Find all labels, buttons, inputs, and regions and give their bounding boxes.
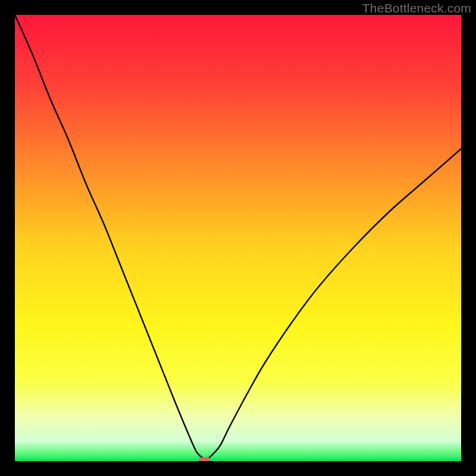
- chart-stage: TheBottleneck.com: [0, 0, 476, 476]
- watermark-label: TheBottleneck.com: [362, 1, 471, 15]
- min-marker-icon: [199, 458, 211, 462]
- gradient-background: [15, 15, 461, 461]
- bottleneck-chart: [15, 15, 461, 461]
